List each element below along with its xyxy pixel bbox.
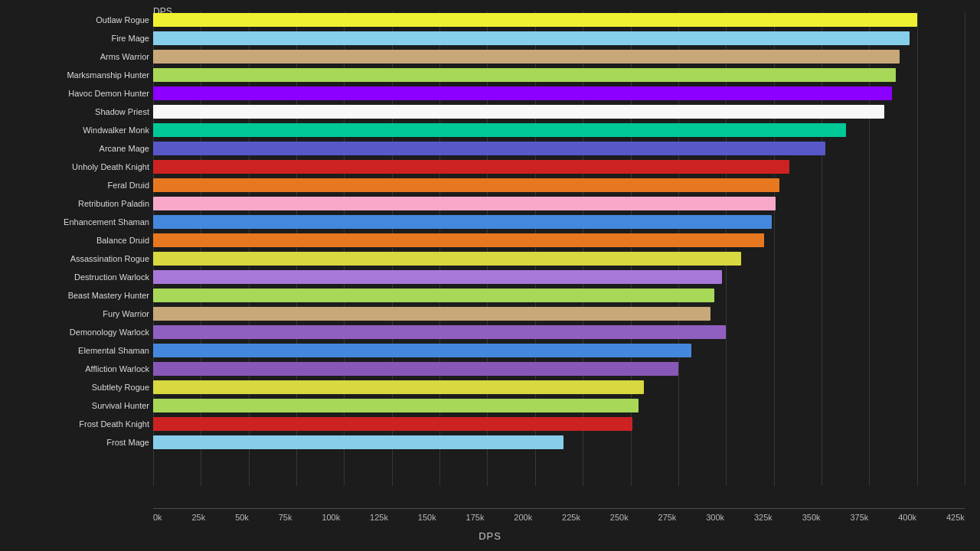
x-tick: 50k bbox=[235, 513, 249, 522]
bar bbox=[153, 105, 884, 119]
bar bbox=[153, 197, 776, 210]
bar-row: Demonology Warlock bbox=[153, 324, 965, 341]
bar bbox=[153, 435, 564, 449]
bar-label: Marksmanship Hunter bbox=[4, 70, 149, 80]
x-tick: 350k bbox=[802, 513, 821, 522]
bar bbox=[153, 178, 779, 192]
bar-row: Affliction Warlock bbox=[153, 360, 965, 377]
bar-label: Outlaw Rogue bbox=[4, 15, 149, 24]
bar bbox=[153, 362, 678, 376]
bar-row: Marksmanship Hunter bbox=[153, 67, 965, 83]
bar-label: Elemental Shaman bbox=[4, 346, 149, 355]
bar-row: Arcane Mage bbox=[153, 140, 965, 157]
bar bbox=[153, 252, 741, 266]
bar bbox=[153, 50, 900, 64]
bar-label: Arcane Mage bbox=[4, 144, 149, 153]
x-tick: 250k bbox=[610, 513, 629, 522]
bar bbox=[153, 160, 789, 174]
x-tick: 200k bbox=[514, 513, 532, 522]
x-tick: 325k bbox=[754, 513, 773, 522]
bar-label: Frost Death Knight bbox=[4, 419, 149, 429]
bar-row: Havoc Demon Hunter bbox=[153, 85, 965, 102]
bar-label: Windwalker Monk bbox=[4, 126, 149, 135]
bar-row: Unholy Death Knight bbox=[153, 158, 965, 175]
bar-row: Elemental Shaman bbox=[153, 342, 965, 359]
bar bbox=[153, 380, 644, 394]
bar-label: Arms Warrior bbox=[4, 52, 149, 61]
bar-row: Enhancement Shaman bbox=[153, 214, 965, 230]
bars-area: Outlaw RogueFire MageArms WarriorMarksma… bbox=[153, 11, 965, 486]
bar-row: Retribution Paladin bbox=[153, 195, 965, 212]
bar-row: Assassination Rogue bbox=[153, 250, 965, 267]
bar bbox=[153, 344, 691, 357]
x-tick: 150k bbox=[418, 513, 436, 522]
x-tick: 400k bbox=[898, 513, 916, 522]
bar bbox=[153, 123, 846, 137]
bar bbox=[153, 325, 726, 339]
x-tick: 175k bbox=[466, 513, 485, 522]
x-axis-label: DPS bbox=[479, 530, 501, 542]
bar bbox=[153, 289, 714, 302]
bar-row: Frost Mage bbox=[153, 434, 965, 451]
bar-label: Retribution Paladin bbox=[4, 199, 149, 208]
bar-row: Windwalker Monk bbox=[153, 122, 965, 139]
chart-container: DPS Outlaw RogueFire MageArms WarriorMar… bbox=[0, 0, 980, 551]
bar bbox=[153, 233, 764, 247]
bar-row: Feral Druid bbox=[153, 177, 965, 194]
bar bbox=[153, 31, 910, 45]
x-tick: 275k bbox=[658, 513, 677, 522]
x-tick: 100k bbox=[322, 513, 340, 522]
bar-row: Arms Warrior bbox=[153, 48, 965, 65]
x-tick: 300k bbox=[706, 513, 724, 522]
bar-row: Subtlety Rogue bbox=[153, 379, 965, 396]
bar-label: Fury Warrior bbox=[4, 309, 149, 318]
bar-label: Havoc Demon Hunter bbox=[4, 89, 149, 98]
bar-label: Destruction Warlock bbox=[4, 272, 149, 282]
x-tick: 0k bbox=[153, 513, 162, 522]
bar-label: Affliction Warlock bbox=[4, 364, 149, 373]
bar bbox=[153, 399, 639, 412]
bar-row: Shadow Priest bbox=[153, 103, 965, 120]
bar-label: Balance Druid bbox=[4, 236, 149, 245]
bar-label: Shadow Priest bbox=[4, 107, 149, 116]
bar-row: Frost Death Knight bbox=[153, 416, 965, 432]
bar-label: Demonology Warlock bbox=[4, 328, 149, 337]
x-tick: 25k bbox=[192, 513, 206, 522]
axis-line bbox=[153, 508, 965, 509]
x-tick: 225k bbox=[562, 513, 580, 522]
bar-row: Destruction Warlock bbox=[153, 269, 965, 285]
bar-label: Unholy Death Knight bbox=[4, 162, 149, 171]
x-tick: 125k bbox=[370, 513, 388, 522]
x-tick: 375k bbox=[850, 513, 868, 522]
bar-label: Survival Hunter bbox=[4, 401, 149, 410]
bar-row: Fire Mage bbox=[153, 30, 965, 47]
bar bbox=[153, 13, 917, 27]
bar-row: Survival Hunter bbox=[153, 397, 965, 414]
bar-row: Beast Mastery Hunter bbox=[153, 287, 965, 304]
bar bbox=[153, 68, 896, 82]
bar-label: Fire Mage bbox=[4, 34, 149, 43]
bar-label: Assassination Rogue bbox=[4, 254, 149, 263]
bar-row: Outlaw Rogue bbox=[153, 11, 965, 28]
grid-line bbox=[965, 11, 965, 486]
bar bbox=[153, 215, 772, 229]
bar bbox=[153, 417, 632, 431]
bar-label: Subtlety Rogue bbox=[4, 383, 149, 392]
bar-label: Beast Mastery Hunter bbox=[4, 291, 149, 300]
bar bbox=[153, 86, 892, 100]
bar bbox=[153, 142, 825, 155]
x-axis: 0k25k50k75k100k125k150k175k200k225k250k2… bbox=[153, 513, 965, 522]
x-tick: 75k bbox=[279, 513, 292, 522]
bar-row: Fury Warrior bbox=[153, 305, 965, 322]
bar bbox=[153, 270, 722, 284]
bar-label: Frost Mage bbox=[4, 438, 149, 447]
bar-label: Enhancement Shaman bbox=[4, 217, 149, 227]
bar bbox=[153, 307, 710, 321]
x-tick: 425k bbox=[946, 513, 965, 522]
bar-row: Balance Druid bbox=[153, 232, 965, 249]
bar-label: Feral Druid bbox=[4, 181, 149, 190]
